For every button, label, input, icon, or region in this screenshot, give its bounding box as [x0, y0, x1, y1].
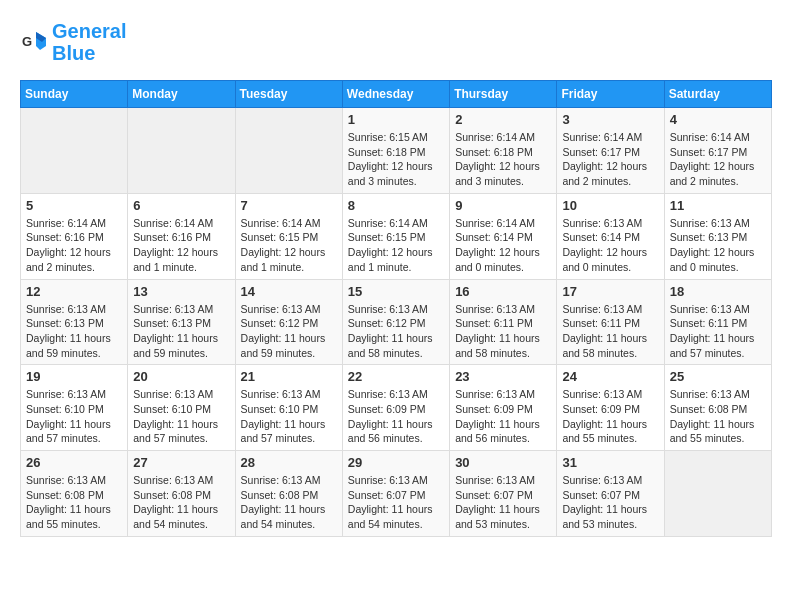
day-header-thursday: Thursday: [450, 81, 557, 108]
calendar-cell: 19Sunrise: 6:13 AM Sunset: 6:10 PM Dayli…: [21, 365, 128, 451]
day-number: 2: [455, 112, 551, 127]
day-info: Sunrise: 6:13 AM Sunset: 6:07 PM Dayligh…: [348, 473, 444, 532]
day-info: Sunrise: 6:13 AM Sunset: 6:13 PM Dayligh…: [670, 216, 766, 275]
calendar-cell: 2Sunrise: 6:14 AM Sunset: 6:18 PM Daylig…: [450, 108, 557, 194]
day-number: 21: [241, 369, 337, 384]
day-info: Sunrise: 6:15 AM Sunset: 6:18 PM Dayligh…: [348, 130, 444, 189]
day-number: 20: [133, 369, 229, 384]
day-number: 27: [133, 455, 229, 470]
calendar-cell: 23Sunrise: 6:13 AM Sunset: 6:09 PM Dayli…: [450, 365, 557, 451]
day-number: 31: [562, 455, 658, 470]
day-number: 15: [348, 284, 444, 299]
calendar-cell: 26Sunrise: 6:13 AM Sunset: 6:08 PM Dayli…: [21, 451, 128, 537]
day-number: 16: [455, 284, 551, 299]
day-number: 18: [670, 284, 766, 299]
day-header-wednesday: Wednesday: [342, 81, 449, 108]
day-number: 23: [455, 369, 551, 384]
day-info: Sunrise: 6:13 AM Sunset: 6:07 PM Dayligh…: [455, 473, 551, 532]
day-info: Sunrise: 6:14 AM Sunset: 6:14 PM Dayligh…: [455, 216, 551, 275]
calendar-cell: 8Sunrise: 6:14 AM Sunset: 6:15 PM Daylig…: [342, 193, 449, 279]
day-info: Sunrise: 6:13 AM Sunset: 6:08 PM Dayligh…: [133, 473, 229, 532]
day-number: 9: [455, 198, 551, 213]
day-number: 6: [133, 198, 229, 213]
day-number: 26: [26, 455, 122, 470]
day-header-monday: Monday: [128, 81, 235, 108]
day-number: 3: [562, 112, 658, 127]
calendar-cell: 17Sunrise: 6:13 AM Sunset: 6:11 PM Dayli…: [557, 279, 664, 365]
logo-icon: G: [20, 28, 48, 56]
calendar-cell: 9Sunrise: 6:14 AM Sunset: 6:14 PM Daylig…: [450, 193, 557, 279]
day-info: Sunrise: 6:13 AM Sunset: 6:10 PM Dayligh…: [241, 387, 337, 446]
day-info: Sunrise: 6:13 AM Sunset: 6:11 PM Dayligh…: [455, 302, 551, 361]
calendar-week-5: 26Sunrise: 6:13 AM Sunset: 6:08 PM Dayli…: [21, 451, 772, 537]
day-info: Sunrise: 6:13 AM Sunset: 6:11 PM Dayligh…: [670, 302, 766, 361]
day-info: Sunrise: 6:13 AM Sunset: 6:09 PM Dayligh…: [348, 387, 444, 446]
calendar-cell: 10Sunrise: 6:13 AM Sunset: 6:14 PM Dayli…: [557, 193, 664, 279]
calendar-cell: 15Sunrise: 6:13 AM Sunset: 6:12 PM Dayli…: [342, 279, 449, 365]
day-number: 13: [133, 284, 229, 299]
calendar-cell: 30Sunrise: 6:13 AM Sunset: 6:07 PM Dayli…: [450, 451, 557, 537]
day-info: Sunrise: 6:14 AM Sunset: 6:17 PM Dayligh…: [562, 130, 658, 189]
day-header-saturday: Saturday: [664, 81, 771, 108]
day-info: Sunrise: 6:14 AM Sunset: 6:18 PM Dayligh…: [455, 130, 551, 189]
day-number: 8: [348, 198, 444, 213]
calendar-cell: 20Sunrise: 6:13 AM Sunset: 6:10 PM Dayli…: [128, 365, 235, 451]
day-number: 29: [348, 455, 444, 470]
calendar-cell: [128, 108, 235, 194]
calendar-week-3: 12Sunrise: 6:13 AM Sunset: 6:13 PM Dayli…: [21, 279, 772, 365]
day-info: Sunrise: 6:13 AM Sunset: 6:09 PM Dayligh…: [455, 387, 551, 446]
day-number: 22: [348, 369, 444, 384]
day-info: Sunrise: 6:13 AM Sunset: 6:10 PM Dayligh…: [133, 387, 229, 446]
day-header-friday: Friday: [557, 81, 664, 108]
logo-text: General Blue: [52, 20, 126, 64]
day-info: Sunrise: 6:13 AM Sunset: 6:10 PM Dayligh…: [26, 387, 122, 446]
day-info: Sunrise: 6:14 AM Sunset: 6:16 PM Dayligh…: [26, 216, 122, 275]
calendar-cell: 4Sunrise: 6:14 AM Sunset: 6:17 PM Daylig…: [664, 108, 771, 194]
day-number: 1: [348, 112, 444, 127]
day-number: 14: [241, 284, 337, 299]
calendar-cell: 14Sunrise: 6:13 AM Sunset: 6:12 PM Dayli…: [235, 279, 342, 365]
calendar-cell: 21Sunrise: 6:13 AM Sunset: 6:10 PM Dayli…: [235, 365, 342, 451]
calendar-cell: 1Sunrise: 6:15 AM Sunset: 6:18 PM Daylig…: [342, 108, 449, 194]
calendar-cell: 3Sunrise: 6:14 AM Sunset: 6:17 PM Daylig…: [557, 108, 664, 194]
calendar-cell: 16Sunrise: 6:13 AM Sunset: 6:11 PM Dayli…: [450, 279, 557, 365]
logo: G General Blue: [20, 20, 126, 64]
calendar-cell: 22Sunrise: 6:13 AM Sunset: 6:09 PM Dayli…: [342, 365, 449, 451]
calendar-cell: 11Sunrise: 6:13 AM Sunset: 6:13 PM Dayli…: [664, 193, 771, 279]
day-info: Sunrise: 6:14 AM Sunset: 6:15 PM Dayligh…: [241, 216, 337, 275]
calendar-cell: 18Sunrise: 6:13 AM Sunset: 6:11 PM Dayli…: [664, 279, 771, 365]
calendar-cell: 29Sunrise: 6:13 AM Sunset: 6:07 PM Dayli…: [342, 451, 449, 537]
day-number: 5: [26, 198, 122, 213]
day-info: Sunrise: 6:13 AM Sunset: 6:12 PM Dayligh…: [348, 302, 444, 361]
day-number: 7: [241, 198, 337, 213]
day-number: 11: [670, 198, 766, 213]
day-info: Sunrise: 6:13 AM Sunset: 6:07 PM Dayligh…: [562, 473, 658, 532]
calendar-week-4: 19Sunrise: 6:13 AM Sunset: 6:10 PM Dayli…: [21, 365, 772, 451]
day-info: Sunrise: 6:13 AM Sunset: 6:09 PM Dayligh…: [562, 387, 658, 446]
day-number: 30: [455, 455, 551, 470]
day-info: Sunrise: 6:13 AM Sunset: 6:13 PM Dayligh…: [133, 302, 229, 361]
day-info: Sunrise: 6:14 AM Sunset: 6:15 PM Dayligh…: [348, 216, 444, 275]
day-number: 24: [562, 369, 658, 384]
day-info: Sunrise: 6:13 AM Sunset: 6:12 PM Dayligh…: [241, 302, 337, 361]
calendar-cell: 27Sunrise: 6:13 AM Sunset: 6:08 PM Dayli…: [128, 451, 235, 537]
calendar-cell: 12Sunrise: 6:13 AM Sunset: 6:13 PM Dayli…: [21, 279, 128, 365]
page-header: G General Blue: [20, 20, 772, 64]
calendar-table: SundayMondayTuesdayWednesdayThursdayFrid…: [20, 80, 772, 537]
day-info: Sunrise: 6:13 AM Sunset: 6:08 PM Dayligh…: [670, 387, 766, 446]
calendar-cell: 6Sunrise: 6:14 AM Sunset: 6:16 PM Daylig…: [128, 193, 235, 279]
day-number: 12: [26, 284, 122, 299]
day-header-sunday: Sunday: [21, 81, 128, 108]
day-info: Sunrise: 6:14 AM Sunset: 6:17 PM Dayligh…: [670, 130, 766, 189]
day-info: Sunrise: 6:13 AM Sunset: 6:14 PM Dayligh…: [562, 216, 658, 275]
calendar-cell: 5Sunrise: 6:14 AM Sunset: 6:16 PM Daylig…: [21, 193, 128, 279]
calendar-cell: [21, 108, 128, 194]
calendar-cell: [235, 108, 342, 194]
day-info: Sunrise: 6:14 AM Sunset: 6:16 PM Dayligh…: [133, 216, 229, 275]
day-number: 10: [562, 198, 658, 213]
calendar-cell: 28Sunrise: 6:13 AM Sunset: 6:08 PM Dayli…: [235, 451, 342, 537]
day-header-tuesday: Tuesday: [235, 81, 342, 108]
calendar-cell: 24Sunrise: 6:13 AM Sunset: 6:09 PM Dayli…: [557, 365, 664, 451]
day-info: Sunrise: 6:13 AM Sunset: 6:08 PM Dayligh…: [241, 473, 337, 532]
calendar-week-2: 5Sunrise: 6:14 AM Sunset: 6:16 PM Daylig…: [21, 193, 772, 279]
